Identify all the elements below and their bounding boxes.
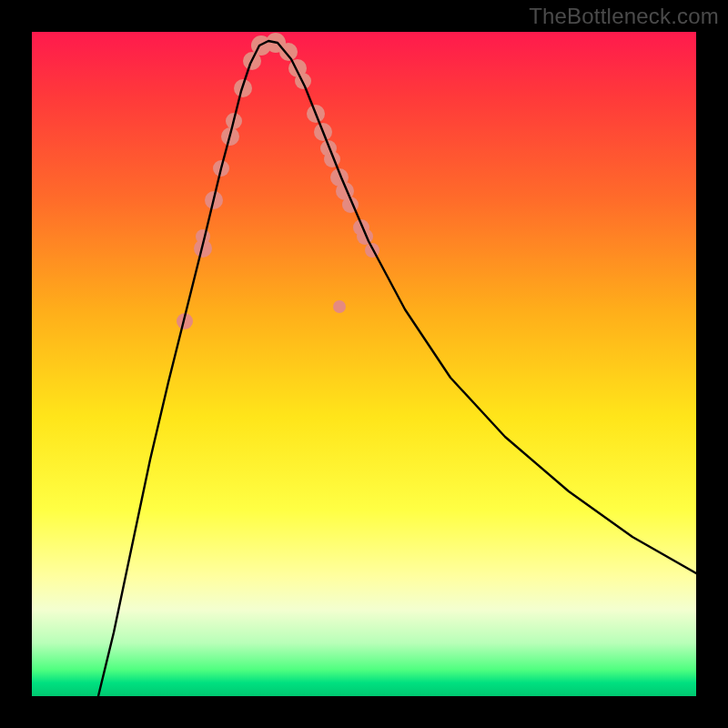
bottleneck-curve	[98, 41, 696, 696]
chart-frame: TheBottleneck.com	[0, 0, 728, 728]
chart-svg	[32, 32, 696, 696]
watermark-text: TheBottleneck.com	[529, 4, 719, 29]
markers-group	[177, 33, 379, 329]
plot-area	[32, 32, 696, 696]
data-marker	[333, 300, 346, 313]
data-marker	[279, 43, 298, 61]
